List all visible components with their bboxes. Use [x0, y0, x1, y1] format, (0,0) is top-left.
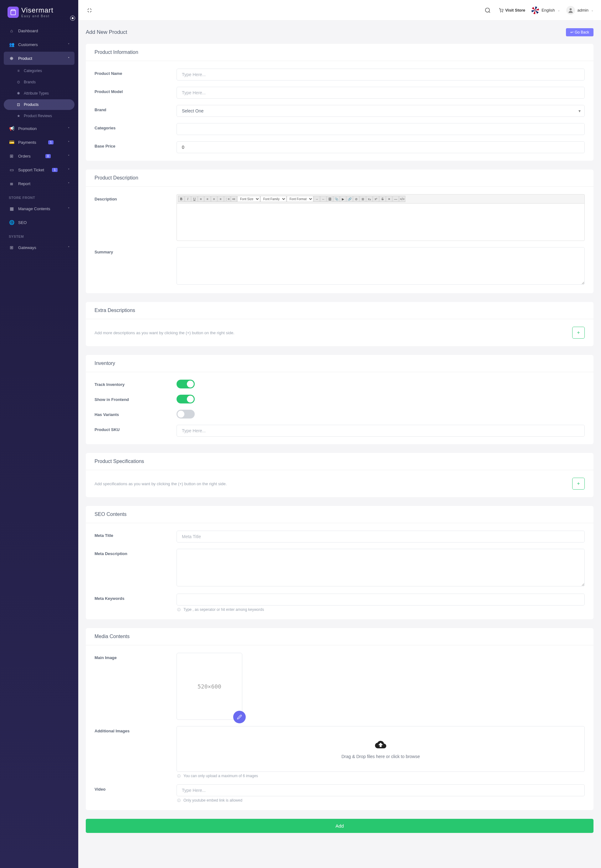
sidebar-item-orders[interactable]: ⊞Orders0˅	[4, 150, 75, 163]
chevron-icon: ˅	[68, 182, 70, 185]
label-additional-images: Additional Images	[95, 726, 177, 733]
unlink-button[interactable]: ⊘	[353, 196, 359, 202]
card-extra-desc: Extra Descriptions Add more descriptions…	[86, 302, 593, 346]
image-button[interactable]: 🖼	[327, 196, 333, 202]
cloud-upload-icon	[374, 739, 387, 750]
go-back-label: Go Back	[575, 30, 589, 34]
main-image-upload[interactable]: 520×600	[177, 653, 242, 720]
italic-button[interactable]: I	[185, 196, 191, 202]
indent-button[interactable]: →	[314, 196, 320, 202]
sidebar-subitem-attribute-types[interactable]: ✱Attribute Types	[4, 88, 75, 99]
sidebar-item-report[interactable]: ≣Report˅	[4, 177, 75, 190]
language-label: English	[542, 8, 555, 12]
sidebar-subitem-product-reviews[interactable]: ★Product Reviews	[4, 111, 75, 121]
sidebar-item-support-ticket[interactable]: ▭Support Ticket1˅	[4, 163, 75, 176]
toggle-has-variants[interactable]	[177, 410, 195, 419]
sidebar-item-dashboard[interactable]: ⌂Dashboard	[4, 24, 75, 37]
textarea-summary[interactable]	[177, 247, 585, 285]
cart-icon	[499, 8, 503, 12]
list-ol-button[interactable]: ⋮≡	[224, 196, 230, 202]
add-spec-button[interactable]: +	[572, 478, 585, 490]
table-button[interactable]: ⊞	[360, 196, 366, 202]
input-product-name[interactable]	[177, 69, 585, 81]
card-title: Product Description	[86, 170, 593, 186]
link-button[interactable]: 🔗	[346, 196, 353, 202]
outdent-button[interactable]: ←	[320, 196, 326, 202]
sidebar-item-manage-contents[interactable]: ▦Manage Contents˅	[4, 202, 75, 215]
toggle-track-inventory[interactable]	[177, 380, 195, 388]
search-icon[interactable]	[483, 5, 493, 15]
add-extra-desc-button[interactable]: +	[572, 327, 585, 339]
input-video[interactable]	[177, 784, 585, 796]
label-meta-keywords: Meta Keywords	[95, 594, 177, 601]
sidebar-collapse-button[interactable]	[70, 16, 75, 21]
specs-hint: Add specifications as you want by clicki…	[95, 481, 227, 486]
label-sku: Product SKU	[95, 425, 177, 432]
card-title: Media Contents	[86, 628, 593, 645]
toggle-show-frontend[interactable]	[177, 395, 195, 403]
card-title: Inventory	[86, 355, 593, 372]
card-product-info: Product Information Product Name Product…	[86, 44, 593, 161]
textarea-meta-desc[interactable]	[177, 549, 585, 587]
fullscreen-icon[interactable]	[86, 6, 93, 14]
select-brand[interactable]: Select One	[177, 105, 585, 117]
font-format-select[interactable]: Font Format	[287, 196, 313, 202]
badge: 1	[52, 168, 58, 172]
font-size-select[interactable]: Font Size	[237, 196, 260, 202]
sub-button[interactable]: x₂	[366, 196, 372, 202]
go-back-button[interactable]: ↩ Go Back	[566, 28, 593, 36]
sidebar-item-payments[interactable]: 💳Payments1˅	[4, 136, 75, 149]
editor-body[interactable]	[177, 203, 585, 241]
nav-label: Support Ticket	[18, 168, 44, 172]
sidebar-subitem-products[interactable]: ⊡Products	[4, 99, 75, 110]
input-product-model[interactable]	[177, 87, 585, 99]
sidebar-item-seo[interactable]: 🌐SEO	[4, 216, 75, 229]
input-base-price[interactable]	[177, 141, 585, 153]
sidebar-subitem-categories[interactable]: ≡Categories	[4, 66, 75, 76]
clear-button[interactable]: ✕	[386, 196, 392, 202]
sidebar-nav: ⌂Dashboard👥Customers˅⊕Product˄≡Categorie…	[0, 24, 78, 254]
user-menu[interactable]: admin ⌄	[566, 6, 593, 15]
list-ul-button[interactable]: •≡	[231, 196, 237, 202]
section-storefront: STORE FRONT	[4, 191, 75, 202]
input-sku[interactable]	[177, 425, 585, 437]
editor-toolbar: B I U ≡ ≡ ≡ ≡ ⋮≡ •≡ Font Size Font Famil…	[177, 194, 585, 203]
chevron-icon: ˅	[68, 168, 70, 172]
nav-icon: 💳	[9, 139, 14, 145]
nav-label: Customers	[18, 42, 38, 47]
input-meta-keywords[interactable]	[177, 594, 585, 605]
align-left-button[interactable]: ≡	[198, 196, 204, 202]
language-selector[interactable]: English ⌄	[531, 6, 560, 14]
sidebar-item-gateways[interactable]: ⊞Gateways˅	[4, 241, 75, 254]
sup-button[interactable]: x²	[373, 196, 379, 202]
section-system: SYSTEM	[4, 229, 75, 241]
sidebar-item-product[interactable]: ⊕Product˄	[4, 52, 75, 65]
sidebar-subitem-brands[interactable]: ⊙Brands	[4, 77, 75, 87]
submit-button[interactable]: Add	[86, 819, 593, 833]
sidebar-item-customers[interactable]: 👥Customers˅	[4, 38, 75, 51]
underline-button[interactable]: U	[191, 196, 198, 202]
sidebar-item-promotion[interactable]: 📢Promotion˅	[4, 122, 75, 135]
strike-button[interactable]: S	[379, 196, 386, 202]
svg-point-0	[485, 8, 489, 12]
nav-icon: 👥	[9, 42, 14, 47]
nav-label: SEO	[18, 220, 27, 225]
font-family-select[interactable]: Font Family	[261, 196, 287, 202]
label-summary: Summary	[95, 247, 177, 254]
info-icon: ⓘ	[177, 798, 181, 802]
align-justify-button[interactable]: ≡	[218, 196, 224, 202]
align-center-button[interactable]: ≡	[204, 196, 211, 202]
label-main-image: Main Image	[95, 653, 177, 660]
video-button[interactable]: ▶	[340, 196, 346, 202]
align-right-button[interactable]: ≡	[211, 196, 217, 202]
edit-image-button[interactable]	[233, 711, 246, 723]
code-button[interactable]: </>	[399, 196, 405, 202]
hr-button[interactable]: —	[392, 196, 399, 202]
nav-icon: ≡	[16, 69, 21, 73]
visit-store-link[interactable]: Visit Store	[499, 8, 525, 12]
input-meta-title[interactable]	[177, 531, 585, 542]
file-button[interactable]: 📎	[333, 196, 340, 202]
input-categories[interactable]	[177, 123, 585, 135]
dropzone[interactable]: Drag & Drop files here or click to brows…	[177, 726, 585, 772]
bold-button[interactable]: B	[178, 196, 185, 202]
